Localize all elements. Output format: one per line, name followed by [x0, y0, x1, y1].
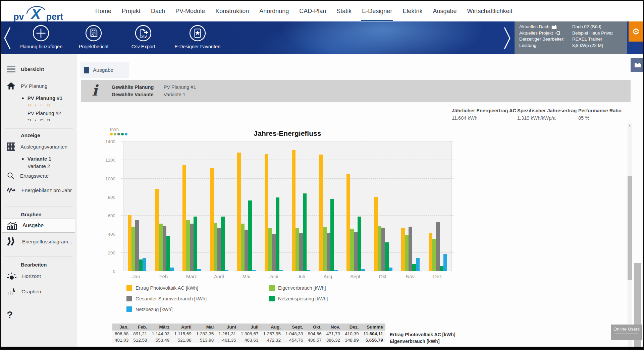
scroll-up-arrow-icon[interactable]: ▲	[628, 124, 632, 127]
nav-konstruktion[interactable]: Konstruktion	[215, 1, 250, 21]
exit-project-icon[interactable]	[555, 31, 560, 35]
y-axis-tick-label: 1200	[105, 158, 115, 163]
chart-plot	[123, 141, 452, 271]
help-button[interactable]: ?	[1, 309, 77, 320]
sidebar-item-horizont[interactable]: Horizont	[1, 272, 77, 280]
plan1-quick-icons[interactable]: ⟲ ♀ ▭ ↻	[1, 103, 77, 108]
x-axis-tick-label: April	[205, 274, 233, 279]
monthly-values-table: Jan.Feb.MärzAprilMaiJuniJuliAug.Sept.Okt…	[112, 324, 385, 343]
legend-label: Ertrag Photovoltaik AC [kWh]	[136, 285, 198, 291]
bar	[296, 228, 299, 271]
toolbar-back-chevron-icon[interactable]	[3, 26, 12, 50]
tab-ausgabe[interactable]: Ausgabe	[80, 62, 129, 78]
legend-item: Gesamter Stromverbrauch [kWh]	[126, 296, 269, 301]
plan2-quick-icons[interactable]: ⟲ ♀ ▭ ↻	[1, 118, 77, 122]
table-row: 606,88891,211.144,931.115,691.282,351.26…	[112, 331, 385, 337]
table-body: 606,88891,211.144,931.115,691.282,351.26…	[112, 331, 385, 343]
scrollbar-thumb[interactable]	[628, 176, 632, 280]
sidebar-item-ausgabe[interactable]: Ausgabe	[2, 219, 75, 233]
leistung-value: 8,8 kWp (22 M)	[572, 43, 603, 49]
aktuelles-projekt-value: Beispiel Haus Privat	[572, 30, 613, 37]
online-users-label: Online Users	[611, 327, 642, 332]
tab-label: Ausgabe	[93, 67, 113, 73]
table-cell: 513,98	[194, 337, 216, 343]
bar	[139, 259, 143, 271]
bar-group-Dez.	[424, 141, 452, 271]
sidebar-item-ertragswerte[interactable]: Ertragswerte	[1, 172, 77, 180]
settings-gear-icon[interactable]: ⚙	[629, 21, 643, 42]
nav-elektrik[interactable]: Elektrik	[402, 1, 423, 21]
bar	[307, 270, 310, 271]
table-cell: 1.308,67	[238, 331, 261, 337]
metric-spezifischer-jahresertrag: Spezifischer Jahresertrag 1.319 kWh/kWp/…	[517, 108, 581, 121]
bar	[354, 232, 358, 271]
chart-xaxis: Jan.Feb.MärzAprilMaiJuniJuliAug.Sept.Okt…	[123, 274, 452, 279]
e-designer-favoriten-button[interactable]: E-Designer Favoriten	[174, 24, 220, 49]
table-header-cell: Summe	[361, 324, 385, 331]
nav-home[interactable]: Home	[95, 1, 112, 21]
magnifier-icon	[7, 172, 15, 180]
nav-wirtschaftlichkeit[interactable]: Wirtschaftlichkeit	[466, 1, 513, 21]
bar	[319, 155, 323, 271]
bar-group-Juli	[287, 141, 315, 271]
x-axis-tick-label: Nov.	[397, 274, 425, 279]
table-row: 481,03512,58553,49521,88513,98461,35463,…	[112, 337, 385, 343]
chart-yaxis: 0200400600800100012001400	[97, 141, 120, 271]
nav-cad-plan[interactable]: CAD-Plan	[299, 1, 327, 21]
folder-flyout-tab[interactable]	[631, 58, 644, 72]
bar	[327, 233, 330, 271]
sidebar-item-auslegungsvarianten[interactable]: Auslegungsvarianten	[1, 142, 77, 151]
table-cell: 1.257,95	[261, 331, 283, 337]
sidebar-item-variante-2[interactable]: Variante 2	[1, 163, 77, 169]
table-cell: 512,58	[131, 337, 149, 343]
table-cell: 521,88	[172, 337, 194, 343]
bar-group-Mai	[233, 141, 260, 271]
bar-group-Sept.	[342, 141, 370, 271]
sidebar-item-graphen[interactable]: Graphen	[1, 287, 77, 296]
logo-text-pert: pert	[46, 12, 63, 22]
sidebar-item-uebersicht[interactable]: Übersicht	[1, 66, 77, 72]
x-axis-tick-label: Okt.	[370, 274, 397, 279]
table-header-cell: April	[172, 324, 194, 331]
online-users-widget[interactable]: Online Users	[611, 325, 642, 340]
sidebar-item-pv-planung[interactable]: PV Planung	[1, 82, 77, 90]
plus-circle-icon	[32, 24, 50, 42]
bar	[334, 270, 338, 271]
legend-item: Netzbezug [kWh]	[126, 306, 269, 312]
nav-projekt[interactable]: Projekt	[121, 1, 141, 21]
bar	[252, 270, 256, 271]
y-axis-tick-label: 1000	[105, 176, 115, 181]
bar	[440, 266, 443, 271]
vertical-scrollbar[interactable]: ▲	[628, 123, 632, 348]
lightbulb-icon: ♀	[34, 118, 37, 122]
sidebar-item-variante-1[interactable]: ● Variante 1	[1, 156, 77, 162]
nav-statik[interactable]: Statik	[336, 1, 352, 21]
planung-hinzufuegen-button[interactable]: Planung hinzufügen	[19, 24, 62, 49]
bar-group-März	[178, 141, 206, 271]
bar	[265, 154, 268, 271]
sidebar-item-energieflussdiagramm[interactable]: Energieflussdiagram...	[1, 237, 77, 246]
metric-value: 1.319 kWh/kWp/a	[517, 115, 581, 121]
bar	[299, 233, 303, 271]
nav-dach[interactable]: Dach	[150, 1, 166, 21]
bar	[374, 197, 378, 271]
series-dot	[114, 133, 116, 135]
pvxpert-logo[interactable]: pv X pert	[13, 0, 87, 22]
toolbar-forward-chevron-icon[interactable]	[502, 26, 512, 50]
sidebar-item-pv-planung-2[interactable]: PV Planung #2	[1, 110, 77, 116]
folder-icon[interactable]	[551, 25, 557, 29]
bar	[170, 268, 174, 271]
projektbericht-button[interactable]: Projektbericht	[75, 24, 112, 49]
table-cell: 5.656,79	[361, 337, 385, 343]
nav-anordnung[interactable]: Anordnung	[259, 1, 289, 21]
series-dot	[110, 133, 113, 135]
nav-e-designer[interactable]: E-Designer	[361, 1, 393, 21]
sidebar-item-energiebilanz[interactable]: Energiebilanz pro Jahr	[1, 187, 77, 193]
bar	[350, 229, 354, 271]
bearbeiter-label: Derzeitiger Bearbeiter:	[519, 36, 572, 43]
sidebar-item-pv-planung-1[interactable]: ● PV Planung #1	[1, 95, 77, 101]
csv-export-button[interactable]: CSV Csv Export	[125, 24, 162, 49]
nav-ausgabe[interactable]: Ausgabe	[432, 1, 457, 21]
nav-pv-module[interactable]: PV-Module	[175, 1, 206, 21]
bar	[381, 228, 385, 271]
